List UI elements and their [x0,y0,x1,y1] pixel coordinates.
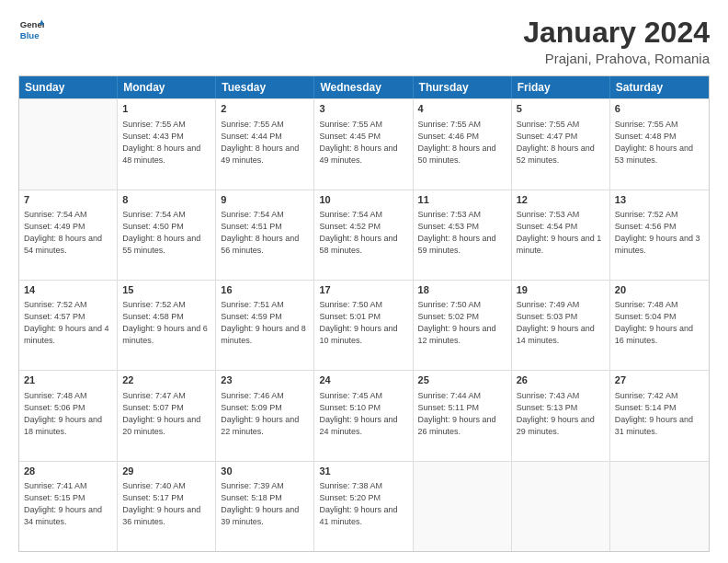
day-number: 3 [319,102,407,116]
day-of-week-header: Saturday [610,76,709,98]
cell-details: Sunrise: 7:49 AMSunset: 5:03 PMDaylight:… [517,299,605,347]
calendar-week-row: 14Sunrise: 7:52 AMSunset: 4:57 PMDayligh… [19,280,709,370]
day-number: 17 [319,283,407,297]
calendar-cell: 17Sunrise: 7:50 AMSunset: 5:01 PMDayligh… [314,281,413,370]
day-number: 10 [319,193,407,207]
day-number: 20 [615,283,704,297]
title-block: January 2024 Prajani, Prahova, Romania [523,17,710,66]
cell-details: Sunrise: 7:52 AMSunset: 4:57 PMDaylight:… [24,299,112,347]
calendar-cell: 15Sunrise: 7:52 AMSunset: 4:58 PMDayligh… [118,281,216,370]
cell-details: Sunrise: 7:42 AMSunset: 5:14 PMDaylight:… [615,390,704,438]
cell-details: Sunrise: 7:52 AMSunset: 4:58 PMDaylight:… [122,299,210,347]
cell-details: Sunrise: 7:48 AMSunset: 5:06 PMDaylight:… [24,390,112,438]
calendar-cell: 14Sunrise: 7:52 AMSunset: 4:57 PMDayligh… [19,281,118,370]
day-number: 9 [221,193,309,207]
logo-icon: General Blue [18,17,44,42]
day-of-week-header: Monday [118,76,216,98]
main-title: January 2024 [523,17,710,49]
day-number: 4 [418,102,506,116]
calendar-cell: 9Sunrise: 7:54 AMSunset: 4:51 PMDaylight… [216,190,314,280]
calendar-cell: 12Sunrise: 7:53 AMSunset: 4:54 PMDayligh… [512,190,610,280]
cell-details: Sunrise: 7:50 AMSunset: 5:02 PMDaylight:… [418,299,506,347]
day-number: 29 [122,465,210,478]
calendar-cell: 3Sunrise: 7:55 AMSunset: 4:45 PMDaylight… [314,99,413,189]
calendar-cell: 1Sunrise: 7:55 AMSunset: 4:43 PMDaylight… [118,99,216,189]
calendar-week-row: 21Sunrise: 7:48 AMSunset: 5:06 PMDayligh… [19,370,709,460]
page: General Blue January 2024 Prajani, Praho… [0,0,728,563]
day-number: 26 [517,373,605,387]
calendar-cell: 6Sunrise: 7:55 AMSunset: 4:48 PMDaylight… [610,99,709,189]
calendar-cell: 18Sunrise: 7:50 AMSunset: 5:02 PMDayligh… [414,281,512,370]
day-number: 1 [122,102,210,116]
day-of-week-header: Thursday [414,76,512,98]
day-number: 18 [418,283,506,297]
calendar-cell: 28Sunrise: 7:41 AMSunset: 5:15 PMDayligh… [19,462,118,551]
calendar-cell: 8Sunrise: 7:54 AMSunset: 4:50 PMDaylight… [118,190,216,280]
calendar-cell: 29Sunrise: 7:40 AMSunset: 5:17 PMDayligh… [118,462,216,551]
calendar: SundayMondayTuesdayWednesdayThursdayFrid… [18,75,710,552]
calendar-week-row: 28Sunrise: 7:41 AMSunset: 5:15 PMDayligh… [19,461,709,551]
calendar-cell: 22Sunrise: 7:47 AMSunset: 5:07 PMDayligh… [118,371,216,460]
calendar-cell [610,462,709,551]
day-number: 19 [517,283,605,297]
cell-details: Sunrise: 7:39 AMSunset: 5:18 PMDaylight:… [221,480,309,528]
cell-details: Sunrise: 7:51 AMSunset: 4:59 PMDaylight:… [221,299,309,347]
calendar-week-row: 1Sunrise: 7:55 AMSunset: 4:43 PMDaylight… [19,98,709,189]
day-number: 5 [517,102,605,116]
calendar-cell: 20Sunrise: 7:48 AMSunset: 5:04 PMDayligh… [610,281,709,370]
day-of-week-header: Friday [512,76,610,98]
day-number: 16 [221,283,309,297]
calendar-cell: 31Sunrise: 7:38 AMSunset: 5:20 PMDayligh… [314,462,413,551]
calendar-cell: 21Sunrise: 7:48 AMSunset: 5:06 PMDayligh… [19,371,118,460]
calendar-cell: 27Sunrise: 7:42 AMSunset: 5:14 PMDayligh… [610,371,709,460]
cell-details: Sunrise: 7:44 AMSunset: 5:11 PMDaylight:… [418,390,506,438]
calendar-cell: 30Sunrise: 7:39 AMSunset: 5:18 PMDayligh… [216,462,314,551]
day-number: 25 [418,373,506,387]
day-number: 12 [517,193,605,207]
cell-details: Sunrise: 7:53 AMSunset: 4:53 PMDaylight:… [418,209,506,257]
calendar-cell: 16Sunrise: 7:51 AMSunset: 4:59 PMDayligh… [216,281,314,370]
day-number: 7 [24,193,112,207]
svg-text:Blue: Blue [20,30,40,40]
day-number: 15 [122,283,210,297]
calendar-cell: 25Sunrise: 7:44 AMSunset: 5:11 PMDayligh… [414,371,512,460]
day-number: 8 [122,193,210,207]
calendar-cell: 7Sunrise: 7:54 AMSunset: 4:49 PMDaylight… [19,190,118,280]
cell-details: Sunrise: 7:46 AMSunset: 5:09 PMDaylight:… [221,390,309,438]
cell-details: Sunrise: 7:38 AMSunset: 5:20 PMDaylight:… [319,480,407,528]
calendar-cell: 5Sunrise: 7:55 AMSunset: 4:47 PMDaylight… [512,99,610,189]
cell-details: Sunrise: 7:48 AMSunset: 5:04 PMDaylight:… [615,299,704,347]
calendar-header: SundayMondayTuesdayWednesdayThursdayFrid… [19,76,709,98]
cell-details: Sunrise: 7:47 AMSunset: 5:07 PMDaylight:… [122,390,210,438]
calendar-cell: 24Sunrise: 7:45 AMSunset: 5:10 PMDayligh… [314,371,413,460]
day-of-week-header: Sunday [19,76,118,98]
cell-details: Sunrise: 7:53 AMSunset: 4:54 PMDaylight:… [517,209,605,257]
cell-details: Sunrise: 7:55 AMSunset: 4:48 PMDaylight:… [615,119,704,167]
day-number: 31 [319,465,407,478]
calendar-cell [414,462,512,551]
cell-details: Sunrise: 7:55 AMSunset: 4:47 PMDaylight:… [517,119,605,167]
calendar-cell: 26Sunrise: 7:43 AMSunset: 5:13 PMDayligh… [512,371,610,460]
cell-details: Sunrise: 7:45 AMSunset: 5:10 PMDaylight:… [319,390,407,438]
cell-details: Sunrise: 7:55 AMSunset: 4:44 PMDaylight:… [221,119,309,167]
day-number: 24 [319,373,407,387]
calendar-cell: 13Sunrise: 7:52 AMSunset: 4:56 PMDayligh… [610,190,709,280]
logo: General Blue [18,17,44,42]
calendar-week-row: 7Sunrise: 7:54 AMSunset: 4:49 PMDaylight… [19,190,709,280]
calendar-cell: 2Sunrise: 7:55 AMSunset: 4:44 PMDaylight… [216,99,314,189]
subtitle: Prajani, Prahova, Romania [523,51,710,66]
header: General Blue January 2024 Prajani, Praho… [18,17,710,66]
calendar-cell: 23Sunrise: 7:46 AMSunset: 5:09 PMDayligh… [216,371,314,460]
day-of-week-header: Tuesday [216,76,314,98]
day-number: 30 [221,465,309,478]
day-number: 14 [24,283,112,297]
cell-details: Sunrise: 7:55 AMSunset: 4:46 PMDaylight:… [418,119,506,167]
calendar-cell: 19Sunrise: 7:49 AMSunset: 5:03 PMDayligh… [512,281,610,370]
calendar-cell [512,462,610,551]
cell-details: Sunrise: 7:40 AMSunset: 5:17 PMDaylight:… [122,480,210,528]
day-number: 6 [615,102,704,116]
day-number: 2 [221,102,309,116]
cell-details: Sunrise: 7:54 AMSunset: 4:51 PMDaylight:… [221,209,309,257]
cell-details: Sunrise: 7:54 AMSunset: 4:49 PMDaylight:… [24,209,112,257]
calendar-cell: 11Sunrise: 7:53 AMSunset: 4:53 PMDayligh… [414,190,512,280]
